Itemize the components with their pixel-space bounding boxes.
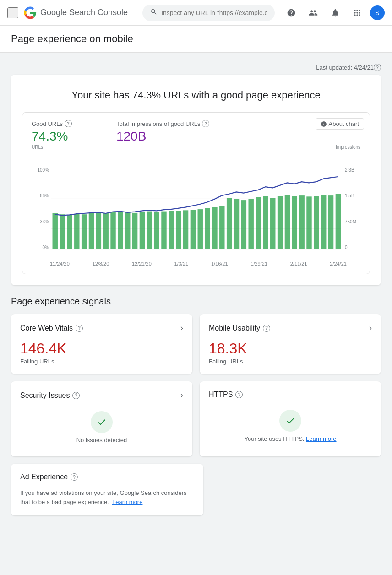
info-icon <box>321 121 327 127</box>
good-urls-help-icon[interactable]: ? <box>65 120 72 127</box>
y-right-750m: 750M <box>345 219 356 224</box>
last-updated-bar: Last updated: 4/24/21 ? <box>11 64 381 71</box>
accounts-button[interactable] <box>304 4 322 22</box>
svg-rect-43 <box>336 194 341 249</box>
signals-section: Page experience signals Core Web Vitals … <box>11 296 381 515</box>
svg-rect-31 <box>248 199 253 249</box>
svg-rect-10 <box>96 212 101 249</box>
svg-rect-24 <box>198 209 203 249</box>
svg-rect-15 <box>132 213 137 249</box>
apps-button[interactable] <box>348 4 366 22</box>
security-status-text: No issues detected <box>76 437 127 444</box>
ad-experience-help-icon[interactable]: ? <box>71 473 78 481</box>
good-urls-value: 74.3% <box>32 129 72 144</box>
https-status-text: Your site uses HTTPS. Learn more <box>244 435 336 442</box>
core-web-vitals-header: Core Web Vitals ? › <box>20 323 183 333</box>
x-label-3: 12/21/20 <box>132 261 152 266</box>
svg-rect-4 <box>53 213 58 249</box>
svg-rect-19 <box>161 212 166 249</box>
header-actions: S <box>282 4 385 22</box>
svg-rect-21 <box>176 211 181 249</box>
svg-rect-40 <box>314 196 319 249</box>
chart-x-labels: 11/24/20 12/8/20 12/21/20 1/3/21 1/16/21… <box>32 261 360 266</box>
svg-rect-36 <box>285 195 290 249</box>
core-web-vitals-arrow[interactable]: › <box>180 323 183 333</box>
ad-experience-title: Ad Experience ? <box>20 473 78 481</box>
svg-rect-27 <box>219 206 224 249</box>
search-bar[interactable] <box>142 5 275 21</box>
y-axis-left: 100% 66% 33% 0% <box>32 168 49 250</box>
svg-rect-33 <box>263 196 268 249</box>
svg-rect-6 <box>67 215 72 249</box>
svg-rect-39 <box>306 196 311 249</box>
security-issues-arrow[interactable]: › <box>180 391 183 400</box>
last-updated-date: 4/24/21 <box>354 64 374 71</box>
ad-experience-learn-more-link[interactable]: Learn more <box>112 499 142 505</box>
about-chart-button[interactable]: About chart <box>316 118 365 130</box>
search-input[interactable] <box>161 9 267 16</box>
menu-button[interactable] <box>7 7 18 18</box>
svg-rect-22 <box>183 210 188 249</box>
security-issues-card: Security Issues ? › No issues detected <box>11 381 192 456</box>
svg-rect-29 <box>234 199 239 249</box>
header: Google Search Console S <box>0 0 392 26</box>
search-icon <box>150 8 158 17</box>
y-axis-left-title: URLs <box>32 145 43 150</box>
security-issues-header: Security Issues ? › <box>20 391 183 400</box>
svg-rect-35 <box>278 196 283 249</box>
main-content: Last updated: 4/24/21 ? Your site has 74… <box>0 53 392 526</box>
svg-rect-5 <box>60 214 65 249</box>
x-label-8: 2/24/21 <box>330 261 347 266</box>
signals-title: Page experience signals <box>11 296 381 307</box>
y-left-66: 66% <box>40 193 49 198</box>
impressions-label: Total impressions of good URLs ? <box>116 120 210 127</box>
y-left-0: 0% <box>43 245 49 250</box>
chart-container: 100% 66% 33% 0% 2.3B 1.5B 750M 0 <box>32 168 360 259</box>
svg-rect-14 <box>125 212 130 249</box>
https-card: HTTPS ? Your site uses HTTPS. Learn more <box>200 381 381 456</box>
help-button[interactable] <box>282 4 300 22</box>
svg-rect-28 <box>227 198 232 249</box>
mobile-usability-help-icon[interactable]: ? <box>263 325 270 332</box>
svg-rect-25 <box>205 208 210 249</box>
notifications-button[interactable] <box>326 4 344 22</box>
https-check-circle <box>279 410 301 432</box>
mobile-usability-card: Mobile Usability ? › 18.3K Failing URLs <box>200 314 381 374</box>
y-right-0: 0 <box>345 245 348 250</box>
svg-rect-38 <box>299 195 304 249</box>
chart-svg <box>32 168 360 259</box>
good-urls-label: Good URLs ? <box>32 120 72 127</box>
mobile-usability-label: Failing URLs <box>209 358 372 365</box>
mobile-usability-title: Mobile Usability ? <box>209 324 270 332</box>
svg-rect-12 <box>110 212 115 249</box>
security-check-icon <box>97 417 107 427</box>
impressions-help-icon[interactable]: ? <box>202 120 209 127</box>
https-check-icon <box>285 416 295 426</box>
svg-rect-17 <box>147 212 152 249</box>
https-header: HTTPS ? <box>209 391 372 399</box>
y-right-15b: 1.5B <box>345 193 354 198</box>
x-label-7: 2/11/21 <box>290 261 307 266</box>
hero-title: Your site has 74.3% URLs with a good pag… <box>22 89 370 101</box>
svg-rect-11 <box>103 213 108 249</box>
https-help-icon[interactable]: ? <box>235 391 243 398</box>
y-left-100: 100% <box>37 168 49 173</box>
avatar[interactable]: S <box>370 5 385 20</box>
impressions-value: 120B <box>116 129 210 144</box>
core-web-vitals-help-icon[interactable]: ? <box>76 325 83 332</box>
svg-rect-26 <box>212 207 217 249</box>
security-issues-help-icon[interactable]: ? <box>72 392 80 399</box>
mobile-usability-arrow[interactable]: › <box>369 323 372 333</box>
x-label-1: 11/24/20 <box>50 261 70 266</box>
svg-rect-9 <box>89 213 94 249</box>
svg-rect-37 <box>292 196 297 249</box>
impressions-stat: Total impressions of good URLs ? 120B <box>116 120 210 144</box>
https-learn-more-link[interactable]: Learn more <box>306 435 336 442</box>
svg-rect-23 <box>191 210 196 249</box>
core-web-vitals-title: Core Web Vitals ? <box>20 324 83 332</box>
svg-rect-8 <box>82 214 87 249</box>
https-status: Your site uses HTTPS. Learn more <box>209 406 372 446</box>
last-updated-help-icon[interactable]: ? <box>374 64 381 71</box>
svg-rect-7 <box>74 214 79 249</box>
security-check-circle <box>91 411 113 433</box>
